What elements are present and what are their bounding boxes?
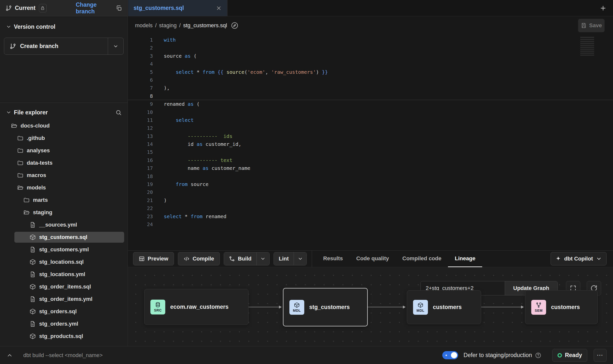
- lint-options-dropdown[interactable]: [294, 252, 306, 265]
- git-merge-icon: [229, 256, 235, 262]
- folder-open-icon: [17, 184, 24, 191]
- more-options-button[interactable]: ⋯: [594, 349, 607, 362]
- build-button[interactable]: Build: [224, 252, 256, 265]
- code-line[interactable]: 23select * from renamed: [128, 212, 613, 220]
- chevron-down-icon: [596, 256, 602, 262]
- preview-button[interactable]: Preview: [133, 252, 174, 265]
- code-line[interactable]: 1with: [128, 36, 613, 44]
- result-tabs: ResultsCode qualityCompiled codeLineage: [316, 250, 482, 267]
- lint-button[interactable]: Lint: [274, 252, 294, 265]
- tree-item-stg_customers.yml[interactable]: stg_customers.yml: [0, 243, 128, 256]
- line-number: 23: [128, 212, 153, 220]
- defer-toggle[interactable]: [442, 351, 458, 359]
- code-line[interactable]: 11 select: [128, 116, 613, 124]
- tree-item-models[interactable]: models: [0, 182, 128, 194]
- tree-item-marts[interactable]: marts: [0, 194, 128, 206]
- copy-icon[interactable]: [116, 5, 122, 11]
- code-line[interactable]: 16 ---------- text: [128, 156, 613, 164]
- code-line[interactable]: 8: [128, 92, 613, 100]
- create-branch-dropdown[interactable]: [108, 38, 123, 54]
- tree-item-stg_orders.sql[interactable]: stg_orders.sql: [0, 305, 128, 318]
- code-line[interactable]: 9renamed as (: [128, 100, 613, 108]
- code-line[interactable]: 21): [128, 196, 613, 204]
- tree-item-stg_locations.sql[interactable]: stg_locations.sql: [0, 256, 128, 268]
- lineage-edge: [249, 307, 281, 307]
- tree-item-__sources.yml[interactable]: __sources.yml: [0, 219, 128, 231]
- code-line[interactable]: 3source as (: [128, 52, 613, 60]
- line-number: 18: [128, 172, 153, 180]
- breadcrumb: models / staging / stg_customers.sql: [135, 22, 227, 29]
- tree-item-.github[interactable]: .github: [0, 132, 128, 144]
- command-input[interactable]: dbt build --select <model_name>: [23, 352, 103, 359]
- code-line[interactable]: 22: [128, 204, 613, 212]
- code-line[interactable]: 18: [128, 172, 613, 180]
- code-line[interactable]: 6: [128, 76, 613, 84]
- line-number: 7: [128, 84, 153, 92]
- rename-file-icon[interactable]: [231, 22, 238, 29]
- tree-item-staging[interactable]: staging: [0, 206, 128, 219]
- search-icon[interactable]: [115, 109, 122, 116]
- code-line[interactable]: 13 ---------- ids: [128, 132, 613, 140]
- editor-tabbar: stg_customers.sql: [128, 0, 613, 16]
- tab-results[interactable]: Results: [316, 250, 349, 267]
- tab-lineage[interactable]: Lineage: [448, 250, 482, 267]
- code-line[interactable]: 20: [128, 188, 613, 196]
- tab-compiled-code[interactable]: Compiled code: [396, 250, 448, 267]
- code-line[interactable]: 14 id as customer_id,: [128, 140, 613, 148]
- save-button[interactable]: Save: [578, 19, 605, 32]
- code-line[interactable]: 17 name as customer_name: [128, 164, 613, 172]
- code-line[interactable]: 15: [128, 148, 613, 156]
- status-badge[interactable]: Ready: [552, 349, 587, 362]
- sparkle-icon: [555, 256, 561, 262]
- line-number: 22: [128, 204, 153, 212]
- line-number: 15: [128, 148, 153, 156]
- file-explorer-collapse-icon[interactable]: [6, 110, 11, 115]
- version-control-collapse-icon[interactable]: [6, 24, 11, 29]
- code-line[interactable]: 19 from source: [128, 180, 613, 188]
- file-explorer-section: File explorer docs-cloud.githubanalysesd…: [0, 103, 128, 346]
- lineage-node-customers-semantic[interactable]: SEM customers: [525, 290, 598, 324]
- chevron-up-icon[interactable]: [6, 352, 13, 359]
- tree-item-label: marts: [33, 197, 48, 203]
- build-split-button: Build: [224, 252, 270, 265]
- tree-item-analyses[interactable]: analyses: [0, 144, 128, 157]
- close-icon[interactable]: [216, 5, 222, 11]
- new-tab-button[interactable]: [600, 5, 607, 12]
- help-icon[interactable]: [535, 352, 541, 359]
- dbt-copilot-button[interactable]: dbt Copilot: [551, 252, 607, 265]
- code-line[interactable]: 4: [128, 60, 613, 68]
- tree-item-stg_order_items.yml[interactable]: stg_order_items.yml: [0, 293, 128, 305]
- source-badge: SRC: [150, 300, 165, 314]
- tree-item-macros[interactable]: macros: [0, 169, 128, 182]
- lineage-edge: [368, 307, 405, 307]
- code-line[interactable]: 7),: [128, 84, 613, 92]
- tree-item-stg_orders.yml[interactable]: stg_orders.yml: [0, 318, 128, 330]
- tree-item-stg_products.sql[interactable]: stg_products.sql: [0, 330, 128, 342]
- tree-item-stg_customers.sql[interactable]: stg_customers.sql: [0, 231, 128, 243]
- code-line[interactable]: 10: [128, 108, 613, 116]
- minimap[interactable]: [580, 37, 594, 57]
- tree-item-stg_locations.yml[interactable]: stg_locations.yml: [0, 268, 128, 281]
- file-explorer-title: File explorer: [14, 109, 48, 116]
- lineage-node-stg-customers[interactable]: MDL stg_customers: [283, 288, 368, 326]
- line-number: 5: [128, 68, 153, 76]
- model-badge: MDL: [413, 300, 428, 315]
- compile-button[interactable]: Compile: [178, 252, 220, 265]
- tree-item-stg_order_items.sql[interactable]: stg_order_items.sql: [0, 281, 128, 293]
- line-number: 24: [128, 220, 153, 228]
- code-line[interactable]: 5 select * from {{ source('ecom', 'raw_c…: [128, 68, 613, 76]
- tree-item-data-tests[interactable]: data-tests: [0, 157, 128, 169]
- build-options-dropdown[interactable]: [256, 252, 269, 265]
- tree-item-docs-cloud[interactable]: docs-cloud: [0, 120, 128, 132]
- code-editor[interactable]: 1with23source as (45 select * from {{ so…: [128, 34, 613, 250]
- lineage-node-customers-model[interactable]: MDL customers: [407, 290, 481, 324]
- tab-code-quality[interactable]: Code quality: [350, 250, 396, 267]
- create-branch-button[interactable]: Create branch: [4, 38, 124, 55]
- change-branch-link[interactable]: Change branch: [76, 1, 109, 15]
- tab-stg-customers-sql[interactable]: stg_customers.sql: [128, 0, 227, 16]
- code-line[interactable]: 12: [128, 124, 613, 132]
- folder-open-icon: [23, 209, 30, 216]
- code-line[interactable]: 24: [128, 220, 613, 228]
- lineage-node-ecom-raw-customers[interactable]: SRC ecom.raw_customers: [144, 289, 249, 325]
- code-line[interactable]: 2: [128, 44, 613, 52]
